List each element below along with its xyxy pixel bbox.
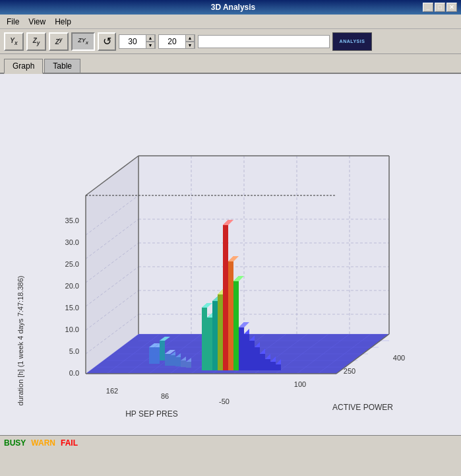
window-controls[interactable]: _ □ ✕ xyxy=(423,3,457,12)
chart-container: 0.0 5.0 10.0 15.0 20.0 25.0 30.0 35.0 16… xyxy=(0,74,461,435)
z-axis-icon: Zy xyxy=(55,36,63,46)
x-tick-86: 86 xyxy=(160,392,168,400)
svg-rect-60 xyxy=(170,355,175,366)
svg-rect-75 xyxy=(212,301,218,370)
x-spin-input[interactable] xyxy=(119,37,146,46)
app-title: 3D Analysis xyxy=(44,3,423,12)
x-axis-icon: Yx xyxy=(10,37,17,46)
y-tick-15: 15.0 xyxy=(65,304,78,312)
z-axis-button[interactable]: Zy xyxy=(49,32,69,51)
y-spin-up[interactable]: ▲ xyxy=(185,34,195,42)
y-spin-container: ▲ ▼ xyxy=(158,34,195,49)
x-tick-162: 162 xyxy=(106,387,117,395)
minimize-button[interactable]: _ xyxy=(423,3,433,12)
z-axis-label: ACTIVE POWER xyxy=(332,403,392,412)
svg-rect-81 xyxy=(223,225,228,370)
y-tick-20: 20.0 xyxy=(65,282,78,290)
svg-rect-64 xyxy=(181,360,186,367)
svg-rect-49 xyxy=(149,347,154,364)
z-tick-250: 250 xyxy=(343,367,355,375)
svg-rect-96 xyxy=(255,347,260,370)
x-spin-arrows: ▲ ▼ xyxy=(146,34,155,49)
svg-rect-55 xyxy=(160,341,165,360)
y-tick-0: 0.0 xyxy=(69,369,78,377)
svg-rect-87 xyxy=(233,281,239,370)
chart-area: 0.0 5.0 10.0 15.0 20.0 25.0 30.0 35.0 16… xyxy=(0,74,461,435)
reset-icon: ↺ xyxy=(103,35,111,48)
status-warn: WARN xyxy=(31,438,55,448)
menu-file[interactable]: File xyxy=(3,17,23,27)
y-tick-35: 35.0 xyxy=(65,217,78,224)
svg-rect-66 xyxy=(186,362,191,368)
svg-rect-104 xyxy=(276,364,281,370)
maximize-button[interactable]: □ xyxy=(435,3,445,12)
title-bar: 3D Analysis _ □ ✕ xyxy=(0,0,461,15)
svg-rect-98 xyxy=(260,354,265,370)
svg-marker-23 xyxy=(138,156,389,334)
y-tick-5: 5.0 xyxy=(69,347,78,355)
menu-help[interactable]: Help xyxy=(51,17,75,27)
svg-rect-100 xyxy=(265,359,270,370)
y-spin-down[interactable]: ▼ xyxy=(185,42,195,49)
y-spin-input[interactable] xyxy=(159,37,185,46)
analysis-logo-text: ANALYSIS xyxy=(340,39,365,44)
svg-rect-62 xyxy=(175,357,181,366)
z-tick-400: 400 xyxy=(392,354,404,362)
status-bar: BUSY WARN FAIL xyxy=(0,435,461,450)
menu-view[interactable]: View xyxy=(24,17,49,27)
zyx-axis-icon: ZYx xyxy=(78,37,88,46)
y-axis-label: duration [h] (1 week 4 days 7:47:18.386) xyxy=(16,275,24,405)
status-busy: BUSY xyxy=(4,438,26,448)
svg-rect-84 xyxy=(228,261,233,370)
svg-rect-90 xyxy=(239,327,244,370)
y-axis-icon: Zy xyxy=(33,37,40,46)
svg-rect-102 xyxy=(270,362,276,370)
svg-rect-94 xyxy=(249,341,255,370)
x-axis-button[interactable]: Yx xyxy=(4,32,24,51)
progress-bar xyxy=(198,35,330,48)
x-tick-n50: -50 xyxy=(219,397,230,405)
chart-svg: 0.0 5.0 10.0 15.0 20.0 25.0 30.0 35.0 16… xyxy=(7,77,455,433)
tabs-bar: Graph Table xyxy=(0,54,461,74)
reset-button[interactable]: ↺ xyxy=(98,32,116,51)
svg-rect-69 xyxy=(202,308,207,370)
y-tick-30: 30.0 xyxy=(65,238,78,246)
y-tick-10: 10.0 xyxy=(65,325,78,333)
x-spin-container: ▲ ▼ xyxy=(119,34,156,49)
close-button[interactable]: ✕ xyxy=(446,3,457,12)
tab-table[interactable]: Table xyxy=(44,59,80,73)
svg-rect-92 xyxy=(244,334,249,370)
x-axis-label: HP SEP PRES xyxy=(125,409,178,419)
analysis-logo: ANALYSIS xyxy=(332,32,372,51)
y-spin-arrows: ▲ ▼ xyxy=(185,34,195,49)
y-tick-25: 25.0 xyxy=(65,260,78,268)
status-fail: FAIL xyxy=(61,438,78,448)
toolbar: Yx Zy Zy ZYx ↺ ▲ ▼ ▲ ▼ ANALYSIS xyxy=(0,29,461,54)
svg-rect-72 xyxy=(207,318,212,370)
tab-graph[interactable]: Graph xyxy=(4,59,43,74)
y-axis-button[interactable]: Zy xyxy=(26,32,46,51)
x-spin-up[interactable]: ▲ xyxy=(146,34,155,42)
svg-rect-78 xyxy=(218,294,223,370)
svg-rect-52 xyxy=(154,347,160,364)
menu-bar: File View Help xyxy=(0,15,461,29)
svg-rect-58 xyxy=(165,354,170,366)
z-tick-100: 100 xyxy=(293,380,305,388)
x-spin-down[interactable]: ▼ xyxy=(146,42,155,49)
zyx-axis-button[interactable]: ZYx xyxy=(71,32,95,51)
